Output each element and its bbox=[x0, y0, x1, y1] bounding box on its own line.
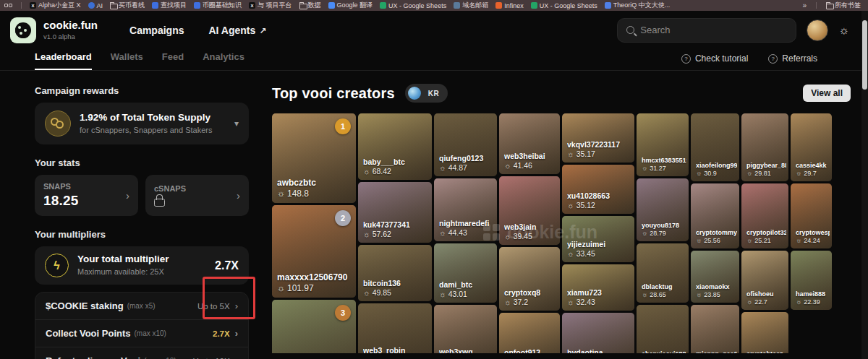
csnaps-label: cSNAPS bbox=[154, 184, 237, 193]
creator-card[interactable]: 2maxxxx12506790☼101.97 bbox=[272, 205, 356, 298]
snaps-stat-card[interactable]: SNAPS 18.25 › bbox=[35, 175, 138, 216]
search-box[interactable] bbox=[617, 18, 796, 43]
bookmark-item[interactable]: AI bbox=[85, 2, 106, 9]
creator-snaps-value: ☼23.85 bbox=[696, 291, 737, 299]
creator-card[interactable]: baby___btc☼68.42 bbox=[358, 113, 432, 180]
multiplier-name: $COOKIE staking bbox=[46, 300, 124, 311]
creator-card-text: xiamu723☼32.43 bbox=[567, 288, 632, 307]
creator-card[interactable]: web3xwg☼41.77 bbox=[434, 305, 497, 353]
creator-card[interactable]: kuk47377341☼57.62 bbox=[358, 182, 432, 243]
creator-card[interactable]: xu41028663☼35.12 bbox=[562, 165, 634, 214]
creator-card[interactable]: youyou8178☼28.79 bbox=[637, 178, 689, 241]
creator-card-text: web3xwg☼41.77 bbox=[439, 347, 495, 353]
creator-card[interactable]: vkqvl37223117☼35.17 bbox=[562, 113, 634, 163]
creator-card[interactable]: cryptoxq8☼37.2 bbox=[499, 247, 560, 311]
nav-ai-agents[interactable]: AI Agents↗ bbox=[208, 25, 266, 36]
creator-card-text: hamei888☼22.39 bbox=[796, 290, 830, 307]
creator-card[interactable]: cassie4kk☼29.7 bbox=[791, 113, 832, 181]
multiplier-row[interactable]: Refer trading on Vooi(max x10)Up to 10X› bbox=[35, 347, 248, 359]
snaps-icon: ☼ bbox=[277, 189, 285, 199]
scrollbar-thumb[interactable] bbox=[862, 20, 867, 90]
rank-badge: 3 bbox=[335, 305, 351, 321]
creator-card[interactable]: ofishoeu☼22.7 bbox=[741, 251, 788, 310]
creator-card[interactable]: xiamu723☼32.43 bbox=[562, 264, 634, 311]
creator-card[interactable]: onfoot913☼35.3 bbox=[499, 313, 560, 353]
creator-card-text: kuk47377341☼57.62 bbox=[363, 220, 430, 239]
bookmark-item[interactable]: Google 翻译 bbox=[326, 1, 376, 10]
creator-card-text: cryptowespark☼24.24 bbox=[796, 229, 830, 246]
tab-analytics[interactable]: Analytics bbox=[203, 51, 244, 70]
referrals-link[interactable]: ? Referrals bbox=[768, 53, 817, 64]
creator-card[interactable]: 3btcyuanshuai☼96.24 bbox=[272, 300, 356, 353]
bookmark-label: AI bbox=[97, 2, 103, 9]
creator-name: xiaomaokx bbox=[696, 283, 737, 291]
bookmark-label: UX - Google Sheets bbox=[388, 2, 446, 9]
creator-card-text: chenxiaoyi688☼25.85 bbox=[642, 350, 686, 354]
campaign-rewards-card[interactable]: 1.92% of Total Token Supply for cSnapper… bbox=[35, 103, 249, 144]
theme-toggle-sun-icon[interactable]: ☼ bbox=[838, 24, 849, 37]
chevron-down-icon[interactable]: ▾ bbox=[234, 118, 239, 129]
tab-leaderboard[interactable]: Leaderboard bbox=[35, 51, 92, 70]
bookmark-item[interactable]: 币圈基础知识 bbox=[191, 1, 244, 10]
creator-card[interactable]: cryptobtcsz☼22.37 bbox=[741, 312, 788, 353]
creator-card[interactable]: hamei888☼22.39 bbox=[791, 251, 832, 310]
bookmark-item[interactable]: XAlpha小金豆 X bbox=[27, 1, 84, 10]
creator-name: dami_btc bbox=[439, 280, 495, 290]
bookmark-item[interactable]: UX - Google Sheets bbox=[528, 2, 600, 9]
creator-card[interactable]: dblacktug☼28.65 bbox=[637, 243, 689, 303]
creator-card[interactable]: yijiezuimei☼33.45 bbox=[562, 216, 634, 262]
cookie-fun-logo-icon[interactable] bbox=[10, 17, 36, 43]
creator-name: hamei888 bbox=[796, 290, 830, 298]
creator-card[interactable]: web3_robin☼47.72 bbox=[358, 303, 432, 353]
region-toggle[interactable]: KR bbox=[405, 84, 448, 103]
creator-grid: cookie.fun 1awbczbtc☼148.82maxxxx1250679… bbox=[272, 113, 851, 353]
bookmark-item[interactable]: 买币看线 bbox=[107, 1, 148, 10]
search-input[interactable] bbox=[640, 25, 787, 35]
bookmark-item[interactable]: TheoriQ 中文大使... bbox=[602, 1, 673, 10]
creator-card[interactable]: bitcoin136☼49.85 bbox=[358, 245, 432, 301]
tab-wallets[interactable]: Wallets bbox=[111, 51, 143, 70]
bookmark-item[interactable]: X与 项目平台 bbox=[246, 1, 295, 10]
creator-card[interactable]: 1awbczbtc☼148.8 bbox=[272, 113, 356, 203]
creator-card[interactable]: xiaomaokx☼23.85 bbox=[691, 251, 739, 303]
bookmarks-overflow-chevron[interactable]: » bbox=[799, 1, 809, 9]
creator-card[interactable]: miannn_gee666☼23.48 bbox=[691, 305, 739, 353]
translate-icon bbox=[328, 2, 335, 9]
creator-card[interactable]: cryptopilot3228☼25.21 bbox=[741, 183, 788, 248]
creator-card[interactable]: web3jain☼39.45 bbox=[499, 176, 560, 245]
csnaps-stat-card[interactable]: cSNAPS › bbox=[145, 175, 249, 216]
multiplier-row[interactable]: Collect Vooi Points(max x10)2.7X› bbox=[35, 320, 248, 347]
bookmark-item[interactable]: 域名邮箱 bbox=[451, 1, 491, 10]
bookmark-item[interactable]: 数据 bbox=[297, 1, 324, 10]
side-panel-icon[interactable] bbox=[4, 4, 14, 7]
creator-column: baby___btc☼68.42kuk47377341☼57.62bitcoin… bbox=[358, 113, 432, 353]
creator-card[interactable]: cryptotommy1227☼25.56 bbox=[691, 183, 739, 248]
creator-card[interactable]: web3heibai☼41.46 bbox=[499, 113, 560, 174]
check-tutorial-link[interactable]: ? Check tutorial bbox=[681, 53, 748, 64]
bookmark-item[interactable]: UX - Google Sheets bbox=[377, 2, 449, 9]
bookmark-item[interactable]: 查找项目 bbox=[149, 1, 190, 10]
view-all-button[interactable]: View all bbox=[803, 85, 851, 102]
creator-card[interactable]: chenxiaoyi688☼25.85 bbox=[637, 305, 689, 353]
all-bookmarks-button[interactable]: 所有书签 bbox=[823, 1, 864, 10]
multiplier-row[interactable]: $COOKIE staking(max x5)Up to 5X› bbox=[35, 293, 248, 320]
nav-campaigns[interactable]: Campaigns bbox=[129, 25, 184, 36]
creator-card-text: maxxxx12506790☼101.97 bbox=[277, 272, 354, 294]
user-avatar[interactable] bbox=[807, 20, 828, 41]
creator-card[interactable]: piggybear_888☼29.81 bbox=[741, 113, 788, 181]
creator-card[interactable]: hmcxt63835519☼31.27 bbox=[637, 113, 689, 176]
creator-card[interactable]: bydaotina☼31.75 bbox=[562, 313, 634, 353]
creator-card[interactable]: nightmaredefi☼44.43 bbox=[434, 178, 497, 241]
creator-card[interactable]: cryptowespark☼24.24 bbox=[791, 183, 832, 248]
bookmark-item[interactable]: Infinex bbox=[493, 2, 527, 9]
creator-card[interactable]: qiufeng0123☼44.87 bbox=[434, 113, 497, 176]
your-stats-heading: Your stats bbox=[35, 157, 249, 168]
creator-card[interactable]: dami_btc☼43.01 bbox=[434, 243, 497, 303]
creator-snaps-value: ☼24.24 bbox=[796, 237, 830, 245]
creator-card[interactable]: xiaofeilong99☼30.9 bbox=[691, 113, 739, 181]
chevron-right-icon: › bbox=[235, 328, 238, 339]
creator-snaps-value: ☼148.8 bbox=[277, 189, 354, 199]
page-scrollbar[interactable] bbox=[861, 11, 868, 359]
snaps-icon: ☼ bbox=[696, 237, 702, 245]
tab-feed[interactable]: Feed bbox=[162, 51, 184, 70]
